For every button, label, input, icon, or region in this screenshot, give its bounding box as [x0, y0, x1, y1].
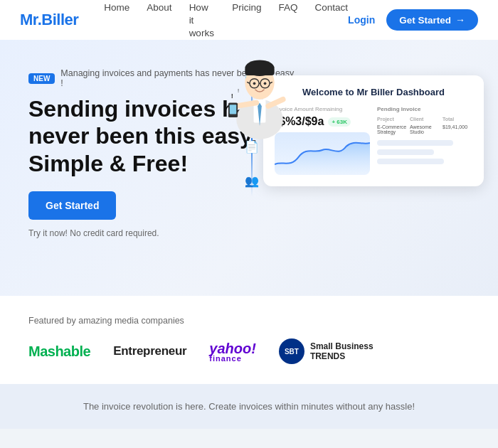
- footer-strip: The invoice revolution is here. Create i…: [0, 384, 498, 429]
- small-business-trends-logo: SBT Small Business TRENDS: [279, 338, 374, 364]
- col-client: Client: [410, 117, 440, 122]
- svg-text:!: !: [231, 92, 233, 100]
- nav-about[interactable]: About: [147, 2, 171, 13]
- dashboard-content-area: Invoice Amount Remaining *$%3/$9a + 63K: [275, 106, 472, 175]
- svg-line-13: [236, 102, 256, 106]
- placeholder-row-2: [377, 149, 434, 155]
- growth-badge: + 63K: [328, 117, 351, 127]
- pending-invoice-label: Pending Invoice: [377, 106, 472, 112]
- sbt-line2: TRENDS: [310, 351, 374, 361]
- finance-text: finance: [209, 354, 242, 363]
- placeholder-row-1: [377, 140, 453, 146]
- character-svg: ! !: [221, 40, 299, 139]
- sbt-line1: Small Business: [310, 341, 374, 351]
- new-tag: NEW: [28, 73, 55, 84]
- cell-total: $19,41,000: [443, 124, 472, 134]
- nav-home[interactable]: Home: [104, 2, 129, 13]
- placeholder-rows: [377, 140, 472, 164]
- table-row: E-Commerce Strategy Awesome Studio $19,4…: [377, 124, 472, 134]
- entrepreneur-logo: Entrepreneur: [113, 344, 186, 358]
- logo[interactable]: Mr.Biller: [20, 11, 78, 29]
- pending-invoice-section: Pending Invoice Project Client Total E-C…: [377, 106, 472, 175]
- character-illustration: ! !: [221, 40, 299, 142]
- cell-client: Awesome Studio: [410, 124, 440, 134]
- media-section: Featured by amazing media companies Mash…: [0, 296, 498, 384]
- people-icon[interactable]: 👥: [242, 171, 262, 191]
- svg-rect-15: [230, 105, 236, 114]
- svg-text:!: !: [238, 87, 239, 94]
- nav-contact[interactable]: Contact: [315, 2, 349, 13]
- col-total: Total: [443, 117, 472, 122]
- nav-links: Home About How it works Pricing FAQ Cont…: [104, 1, 348, 39]
- hero-subtext: Try it now! No credit card required.: [28, 228, 299, 238]
- logo-text-biller: Biller: [41, 11, 78, 28]
- svg-rect-5: [245, 68, 274, 75]
- hero-section: NEW Managing invoices and payments has n…: [0, 40, 498, 296]
- mashable-logo: Mashable: [28, 343, 90, 360]
- media-title: Featured by amazing media companies: [28, 316, 470, 326]
- footer-text: The invoice revolution is here. Create i…: [28, 401, 470, 412]
- nav-faq[interactable]: FAQ: [279, 2, 298, 13]
- sbt-circle: SBT: [279, 338, 304, 364]
- table-header: Project Client Total: [377, 117, 472, 122]
- col-project: Project: [377, 117, 407, 122]
- get-started-hero-button[interactable]: Get Started: [28, 191, 116, 220]
- nav-how-it-works[interactable]: How it works: [189, 2, 214, 38]
- dashboard-card-title: Welcome to Mr Biller Dashboard: [275, 87, 472, 97]
- yahoo-finance-logo: yahoo! finance: [209, 341, 256, 363]
- logo-text-mr: Mr.: [20, 11, 41, 28]
- svg-point-11: [253, 82, 256, 85]
- media-logos: Mashable Entrepreneur yahoo! finance SBT…: [28, 338, 470, 364]
- cell-project: E-Commerce Strategy: [377, 124, 407, 134]
- placeholder-row-3: [377, 159, 444, 164]
- login-button[interactable]: Login: [348, 14, 375, 26]
- get-started-nav-button[interactable]: Get Started: [386, 9, 478, 31]
- navbar: Mr.Biller Home About How it works Pricin…: [0, 0, 498, 40]
- sbt-text: Small Business TRENDS: [310, 341, 374, 362]
- svg-line-16: [268, 100, 283, 106]
- svg-point-12: [264, 82, 267, 85]
- nav-pricing[interactable]: Pricing: [232, 2, 261, 13]
- nav-right: Login Get Started: [348, 9, 478, 31]
